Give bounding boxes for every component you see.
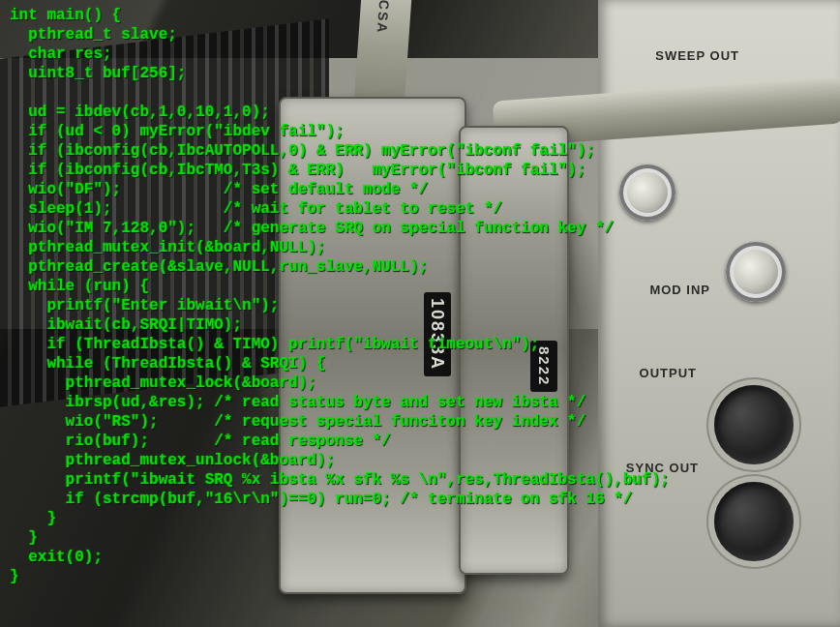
terminal-code-overlay: int main() { pthread_t slave; char res; … — [10, 6, 670, 586]
bnc-connector-mod-inp — [726, 242, 786, 302]
knob-sync-out — [714, 482, 794, 561]
knob-output — [714, 385, 794, 464]
